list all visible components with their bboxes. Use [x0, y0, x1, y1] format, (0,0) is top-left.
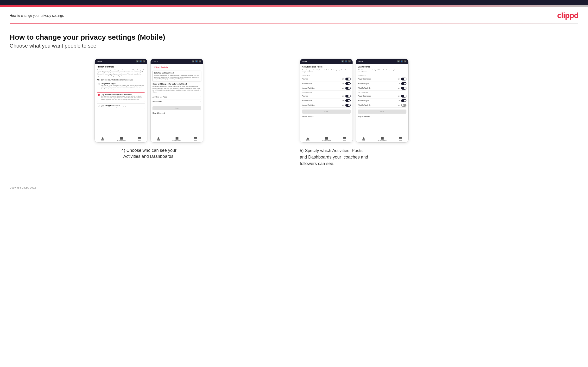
- coaches-drills-label: Practice Drills: [302, 83, 312, 84]
- nav-menu-3[interactable]: Menu: [343, 137, 346, 141]
- chevron-right-icon-2: ›: [200, 101, 201, 103]
- followers-rounds-toggle[interactable]: [345, 95, 351, 98]
- coaches-rounds-toggle[interactable]: [345, 78, 351, 80]
- help-support-label-3: Help & Support: [302, 116, 351, 117]
- home-icon-3: [306, 137, 309, 140]
- settings-icon-4[interactable]: ⚙: [404, 60, 406, 62]
- people-icon-4[interactable]: 👤: [401, 60, 403, 62]
- radio-only-you[interactable]: Only You and Your Coach Only you and the…: [97, 103, 145, 109]
- mock-header-3: < Back 🔍 👤 ⚙: [300, 59, 353, 64]
- tab-bar: Privacy Controls: [153, 66, 201, 69]
- coaches-player-toggle[interactable]: [401, 78, 406, 80]
- back-button-4[interactable]: < Back: [358, 60, 363, 62]
- followers-rounds-toggle-wrap: ON: [342, 95, 351, 98]
- radio-everyone[interactable]: Everyone on Clippd Everyone on Clippd ca…: [97, 82, 145, 91]
- radio-approved-label: Only Approved Followers and Your Coach: [101, 94, 144, 95]
- nav-performance-2[interactable]: My Performance: [173, 137, 181, 141]
- mockup-privacy-controls: < Back 🔍 👤 ⚙ Privacy Controls Control ho…: [95, 58, 147, 143]
- privacy-controls-title: Privacy Controls: [97, 66, 145, 68]
- coaches-label-4: COACHES: [358, 75, 406, 76]
- coaches-insights-toggle[interactable]: [401, 82, 406, 85]
- followers-rounds-row: Rounds ON: [302, 94, 351, 99]
- followers-drills-toggle[interactable]: [345, 99, 351, 102]
- settings-icon[interactable]: ⚙: [143, 60, 145, 62]
- nav-home-4[interactable]: Home: [362, 137, 365, 141]
- coaches-insights-label: Round Insights: [358, 83, 369, 84]
- mock-body-3: Activities and Posts Select the types of…: [300, 64, 353, 136]
- coaches-insights-toggle-wrap: ON: [398, 82, 406, 85]
- settings-icon-2[interactable]: ⚙: [199, 60, 201, 62]
- screenshots-row: < Back 🔍 👤 ⚙ Privacy Controls Control ho…: [10, 58, 578, 167]
- followers-insights-row: Round Insights ON: [358, 99, 406, 103]
- header-icons: 🔍 👤 ⚙: [136, 60, 145, 62]
- search-icon-4[interactable]: 🔍: [397, 60, 400, 62]
- coaches-workon-row: What To Work On ON: [358, 86, 406, 91]
- coaches-drills-toggle[interactable]: [345, 82, 351, 85]
- radio-dot-approved: [98, 94, 100, 96]
- performance-icon-2: [176, 137, 178, 140]
- header-icons-3: 🔍 👤 ⚙: [341, 60, 351, 62]
- nav-performance-3[interactable]: My Performance: [322, 137, 331, 141]
- people-icon-2[interactable]: 👤: [195, 60, 198, 62]
- dashboards-item[interactable]: Dashboards ›: [153, 100, 201, 104]
- nav-home[interactable]: Home: [101, 137, 104, 141]
- radio-approved[interactable]: Only Approved Followers and Your Coach O…: [97, 92, 145, 102]
- settings-icon-3[interactable]: ⚙: [348, 60, 351, 62]
- privacy-controls-tab[interactable]: Privacy Controls: [154, 66, 168, 69]
- followers-player-toggle[interactable]: [401, 95, 406, 98]
- search-icon-2[interactable]: 🔍: [192, 60, 194, 62]
- nav-menu-2[interactable]: Menu: [194, 137, 197, 141]
- back-button-2[interactable]: < Back: [153, 60, 158, 62]
- performance-icon: [120, 137, 123, 140]
- mock-nav-2: Home My Performance Menu: [151, 136, 203, 142]
- followers-player-toggle-wrap: ON: [398, 95, 406, 98]
- nav-home-label-2: Home: [157, 140, 160, 141]
- radio-dot-everyone: [98, 83, 100, 85]
- mock-body-2: Privacy Controls Only You and Your Coach…: [151, 64, 203, 136]
- radio-everyone-desc: Everyone on Clippd can search for you an…: [101, 84, 144, 90]
- back-button-3[interactable]: < Back: [302, 60, 307, 62]
- nav-performance-4[interactable]: My Performance: [378, 137, 387, 141]
- followers-insights-toggle[interactable]: [401, 99, 406, 102]
- footer: Copyright Clippd 2022: [0, 181, 588, 194]
- activities-posts-item[interactable]: Activities and Posts ›: [153, 95, 201, 100]
- coaches-manual-toggle[interactable]: [345, 87, 351, 90]
- coaches-insights-row: Round Insights ON: [358, 81, 406, 86]
- nav-menu-4[interactable]: Menu: [399, 137, 402, 141]
- save-button-3[interactable]: Save: [302, 109, 351, 114]
- privacy-controls-desc: Control how you and your data appears to…: [97, 69, 145, 77]
- nav-menu-label: Menu: [138, 140, 141, 141]
- save-button-2[interactable]: Save: [153, 106, 201, 110]
- people-icon[interactable]: 👤: [139, 60, 142, 62]
- top-bar: [0, 0, 588, 7]
- breadcrumb: How to change your privacy settings: [10, 14, 64, 17]
- search-icon[interactable]: 🔍: [136, 60, 138, 62]
- performance-icon-3: [325, 137, 328, 140]
- coaches-workon-toggle[interactable]: [401, 87, 406, 90]
- step5-caption: 5) Specify which Activities, Postsand Da…: [300, 148, 368, 167]
- coaches-manual-label: Manual Activities: [302, 87, 315, 89]
- mock-nav-3: Home My Performance Menu: [300, 136, 353, 142]
- copyright-text: Copyright Clippd 2022: [10, 186, 36, 189]
- nav-home-label-4: Home: [362, 140, 365, 141]
- nav-home-label-3: Home: [306, 140, 309, 141]
- coaches-drills-toggle-wrap: ON: [342, 82, 351, 85]
- search-icon-3[interactable]: 🔍: [341, 60, 344, 62]
- people-icon-3[interactable]: 👤: [345, 60, 347, 62]
- back-button[interactable]: < Back: [97, 60, 102, 62]
- nav-home-3[interactable]: Home: [306, 137, 309, 141]
- help-support-label-4: Help & Support: [358, 116, 406, 117]
- followers-workon-toggle-wrap: ON: [398, 104, 406, 107]
- save-button-4[interactable]: Save: [358, 109, 406, 114]
- nav-home-2[interactable]: Home: [157, 137, 160, 141]
- menu-icon: [138, 137, 141, 140]
- nav-home-label: Home: [101, 140, 104, 141]
- coaches-player-label: Player Dashboard: [358, 78, 371, 80]
- followers-player-row: Player Dashboard ON: [358, 94, 406, 99]
- nav-menu[interactable]: Menu: [138, 137, 141, 141]
- followers-workon-toggle[interactable]: [401, 104, 406, 107]
- show-hide-title: Show or hide specific features in Clippd: [153, 83, 201, 85]
- nav-performance[interactable]: My Performance: [117, 137, 126, 141]
- followers-manual-toggle[interactable]: [345, 104, 351, 107]
- mockup-privacy-tooltip: < Back 🔍 👤 ⚙ Privacy Controls: [150, 58, 203, 143]
